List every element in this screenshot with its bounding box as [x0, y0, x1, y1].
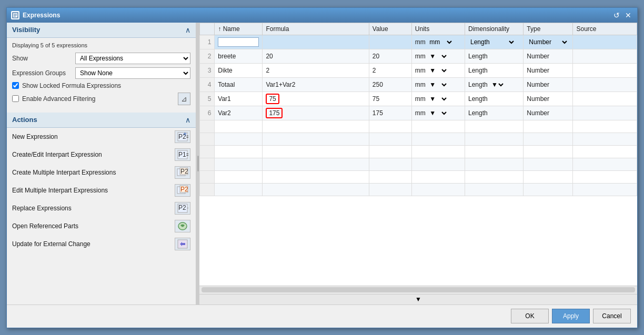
table-row-empty — [200, 183, 637, 196]
units-select-3[interactable]: ▼ — [427, 65, 448, 76]
update-external-icon — [175, 238, 190, 250]
row-num-3: 3 — [200, 63, 215, 77]
units-select-5[interactable]: ▼ — [427, 94, 448, 104]
formula-cell-2[interactable]: 20 — [263, 49, 369, 63]
footer: OK Apply Cancel — [7, 304, 637, 328]
cancel-button[interactable]: Cancel — [593, 309, 631, 323]
formula-cell-3[interactable]: 2 — [263, 63, 369, 77]
scroll-down-arrow[interactable]: ▼ — [199, 294, 637, 304]
value-cell-5: 75 — [369, 92, 411, 106]
visibility-section-header[interactable]: Visibility ∧ — [7, 23, 196, 38]
source-cell-1 — [573, 35, 637, 49]
open-referenced-icon — [175, 220, 190, 232]
edit-multi-interpart-label: Edit Multiple Interpart Expressions — [12, 187, 108, 194]
name-input-1[interactable] — [218, 37, 259, 47]
table-row[interactable]: 1 mm mm Length Number — [200, 35, 637, 49]
ok-button[interactable]: OK — [511, 309, 549, 323]
units-cell-1: mm mm — [411, 35, 465, 49]
formula-cell-1[interactable] — [263, 35, 369, 49]
table-row[interactable]: 3 Dikte 2 2 mm ▼ Length Number — [200, 63, 637, 77]
source-cell-2 — [573, 49, 637, 63]
show-locked-row: Show Locked Formula Expressions — [12, 82, 190, 89]
expression-groups-select[interactable]: Show None Show All — [75, 67, 190, 79]
table-row[interactable]: 2 breete 20 20 mm ▼ Length Number — [200, 49, 637, 63]
type-cell-2: Number — [524, 49, 573, 63]
table-area: ↑ Name Formula Value Units Dimensionalit… — [199, 23, 637, 304]
dim-select-4[interactable]: ▼ — [489, 79, 505, 90]
type-cell-3: Number — [524, 63, 573, 77]
action-update-external[interactable]: Update for External Change — [7, 235, 196, 253]
col-name[interactable]: ↑ Name — [215, 23, 263, 35]
col-type[interactable]: Type — [524, 23, 573, 35]
source-cell-4 — [573, 77, 637, 92]
actions-section-header[interactable]: Actions ∧ — [7, 113, 196, 128]
close-button[interactable]: ✕ — [623, 11, 633, 20]
horizontal-scrollbar[interactable] — [199, 286, 637, 294]
dim-cell-5: Length — [465, 92, 524, 106]
units-select-1[interactable]: mm — [427, 37, 454, 47]
create-multi-interpart-icon: P2= — [175, 166, 190, 179]
units-cell-2: mm ▼ — [411, 49, 465, 63]
source-cell-3 — [573, 63, 637, 77]
svg-text:+: + — [183, 131, 187, 138]
action-new-expression[interactable]: New Expression P2=+ — [7, 128, 196, 146]
type-cell-6: Number — [524, 106, 573, 120]
units-select-4[interactable]: ▼ — [427, 79, 448, 90]
col-units[interactable]: Units — [411, 23, 465, 35]
value-cell-2: 20 — [369, 49, 411, 63]
apply-button[interactable]: Apply — [552, 309, 590, 323]
dim-select-1[interactable]: Length — [468, 37, 516, 47]
formula-cell-5[interactable]: 75 — [263, 92, 369, 106]
table-row[interactable]: 6 Var2 175 175 mm ▼ Length Number — [200, 106, 637, 120]
open-referenced-label: Open Referenced Parts — [12, 222, 78, 230]
action-create-multi-interpart[interactable]: Create Multiple Interpart Expressions P2… — [7, 164, 196, 181]
dim-cell-4: Length ▼ — [465, 77, 524, 92]
units-cell-3: mm ▼ — [411, 63, 465, 77]
title-controls: ↺ ✕ — [612, 11, 633, 20]
dialog-icon — [11, 11, 19, 19]
show-select[interactable]: All Expressions Named Expressions Unname… — [75, 53, 190, 64]
actions-chevron-icon: ∧ — [185, 116, 190, 124]
name-cell-2[interactable]: breete — [215, 49, 263, 63]
type-select-1[interactable]: Number — [527, 37, 569, 47]
filter-icon: ⊿ — [178, 93, 190, 105]
col-formula[interactable]: Formula — [263, 23, 369, 35]
row-num-5: 5 — [200, 92, 215, 106]
table-row[interactable]: 5 Var1 75 75 mm ▼ Length Number — [200, 92, 637, 106]
value-cell-3: 2 — [369, 63, 411, 77]
show-locked-checkbox[interactable] — [12, 82, 19, 89]
col-value[interactable]: Value — [369, 23, 411, 35]
action-create-interpart[interactable]: Create/Edit Interpart Expression P1= — [7, 146, 196, 164]
units-select-6[interactable]: ▼ — [427, 108, 448, 118]
create-multi-interpart-label: Create Multiple Interpart Expressions — [12, 169, 116, 176]
name-cell-5[interactable]: Var1 — [215, 92, 263, 106]
table-row-empty — [200, 133, 637, 145]
action-open-referenced[interactable]: Open Referenced Parts — [7, 217, 196, 235]
col-source[interactable]: Source — [573, 23, 637, 35]
units-select-2[interactable]: ▼ — [427, 51, 448, 62]
expression-groups-label: Expression Groups — [12, 69, 75, 77]
dim-cell-1: Length — [465, 35, 524, 49]
formula-highlight-6: 175 — [266, 108, 283, 118]
enable-filtering-checkbox[interactable] — [12, 95, 19, 102]
restore-button[interactable]: ↺ — [612, 11, 621, 20]
visibility-chevron-icon: ∧ — [185, 26, 190, 34]
title-bar: Expressions ↺ ✕ — [7, 8, 637, 23]
formula-cell-4[interactable]: Var1+Var2 — [263, 77, 369, 92]
name-cell-3[interactable]: Dikte — [215, 63, 263, 77]
enable-filtering-label: Enable Advanced Filtering — [22, 95, 175, 103]
name-cell-1[interactable] — [215, 35, 263, 49]
table-row[interactable]: 4 Totaal Var1+Var2 250 mm ▼ Length ▼ Num… — [200, 77, 637, 92]
name-cell-4[interactable]: Totaal — [215, 77, 263, 92]
table-scroll[interactable]: ↑ Name Formula Value Units Dimensionalit… — [199, 23, 637, 286]
row-num-6: 6 — [200, 106, 215, 120]
formula-cell-6[interactable]: 175 — [263, 106, 369, 120]
col-num — [200, 23, 215, 35]
name-cell-6[interactable]: Var2 — [215, 106, 263, 120]
formula-highlight-5: 75 — [266, 94, 279, 104]
action-edit-multi-interpart[interactable]: Edit Multiple Interpart Expressions P2= — [7, 181, 196, 199]
replace-expressions-label: Replace Expressions — [12, 205, 72, 212]
action-replace-expressions[interactable]: Replace Expressions P2→ — [7, 199, 196, 217]
value-cell-4: 250 — [369, 77, 411, 92]
col-dimensionality[interactable]: Dimensionality — [465, 23, 524, 35]
